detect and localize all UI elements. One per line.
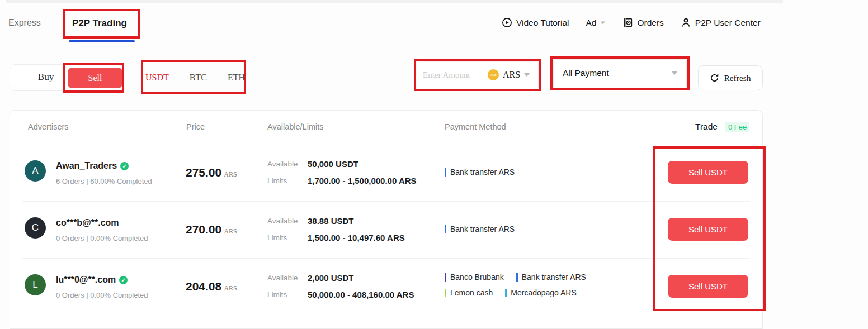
refresh-label: Refresh [724,73,751,83]
asset-tab-btc[interactable]: BTC [190,73,207,83]
available-value: 38.88 USDT [308,216,354,226]
advertiser-avatar: C [25,217,46,239]
limits-label: Limits [267,290,287,299]
refresh-icon [710,73,719,83]
advertiser-name-text: Awan_Traders [56,161,117,171]
payment-filter-label: All Payment [563,68,609,78]
payment-filter-dropdown[interactable]: All Payment [553,59,687,87]
p2p-user-center-link[interactable]: P2P User Center [681,17,761,28]
payment-chip: Bank transfer ARS [445,168,515,177]
active-tab-underline [69,40,135,42]
available-value: 2,000 USDT [308,273,354,283]
amount-filter: ARS ARS [417,61,539,88]
payment-methods: Banco Brubank Bank transfer ARS Lemon ca… [445,273,629,297]
payment-chip: Bank transfer ARS [445,225,515,233]
play-circle-icon [502,17,512,28]
p2p-trading-page: Express P2P Trading Video Tutorial Ad Or… [0,0,868,329]
price-cell: 275.00ARS [186,166,237,179]
row-divider [22,201,750,202]
zero-fee-badge: 0 Fee [725,122,749,132]
sell-tab[interactable]: Sell [68,68,122,88]
limits-value: 1,500.00 - 10,497.60 ARS [308,233,405,242]
advertiser-name-text: co***b@**.com [56,218,119,228]
verified-icon: ✓ [120,162,129,170]
sell-usdt-button[interactable]: Sell USDT [668,161,748,184]
p2p-user-center-label: P2P User Center [695,18,761,28]
available-label: Available [267,274,298,282]
row-divider [22,258,750,259]
advertiser-name[interactable]: co***b@**.com [56,218,119,228]
nav-express[interactable]: Express [8,18,41,28]
chevron-down-icon [524,73,530,77]
advertiser-stats: 6 Orders | 60.00% Completed [56,177,152,185]
top-edge-strip [6,0,783,3]
limits-value: 50,000.00 - 408,160.00 ARS [308,290,414,299]
limits-label: Limits [267,177,287,185]
advertiser-name-text: lu***0@**.com [56,275,116,285]
video-tutorial-link[interactable]: Video Tutorial [502,17,569,28]
advertiser-stats: 0 Orders | 0.00% Completed [56,291,148,299]
col-header-price: Price [186,122,205,131]
payment-chip: Bank transfer ARS [516,273,586,282]
limits-label: Limits [267,233,287,242]
advertiser-name[interactable]: lu***0@**.com ✓ [56,275,128,285]
payment-chip: Banco Brubank [445,273,504,282]
available-label: Available [267,217,298,225]
orders-link[interactable]: Orders [622,17,663,28]
advertiser-avatar: A [25,160,46,182]
price-value: 204.08 [186,280,221,293]
available-label: Available [267,160,298,168]
fiat-label: ARS [503,70,520,80]
col-header-available-limits: Available/Limits [267,122,323,131]
sell-usdt-button[interactable]: Sell USDT [668,218,748,241]
payment-methods: Bank transfer ARS [445,168,629,177]
nav-p2p-trading-tab[interactable]: P2P Trading [72,18,127,29]
advertiser-name[interactable]: Awan_Traders ✓ [56,161,129,171]
refresh-button[interactable]: Refresh [698,65,763,90]
topnav-right: Video Tutorial Ad Orders P2P User Center [502,17,761,28]
payment-chip: Mercadopago ARS [505,289,577,297]
fiat-selector[interactable]: ARS ARS [488,69,530,80]
advertiser-stats: 0 Orders | 0.00% Completed [56,234,148,242]
available-value: 50,000 USDT [308,159,358,169]
amount-input[interactable] [423,70,483,80]
chevron-down-icon [672,71,677,75]
col-header-payment-method: Payment Method [445,122,506,131]
price-value: 270.00 [186,223,221,236]
price-unit: ARS [224,284,237,292]
sell-usdt-button[interactable]: Sell USDT [668,275,748,298]
price-cell: 270.00ARS [186,223,237,236]
price-unit: ARS [224,170,237,178]
video-tutorial-label: Video Tutorial [516,18,569,28]
price-value: 275.00 [186,166,221,179]
user-icon [681,17,691,28]
payment-chip: Lemon cash [445,289,493,297]
asset-tab-usdt[interactable]: USDT [145,73,169,83]
price-unit: ARS [224,227,237,235]
orders-icon [622,17,633,28]
ad-dropdown[interactable]: Ad [586,18,606,28]
verified-icon: ✓ [119,276,128,284]
ad-label: Ad [586,18,597,28]
col-header-advertisers: Advertisers [28,122,69,131]
buy-tab[interactable]: Buy [29,71,63,83]
orders-label: Orders [637,18,663,28]
payment-methods: Bank transfer ARS [445,225,629,233]
row-divider [22,314,750,314]
col-header-trade: Trade [695,122,718,132]
price-cell: 204.08ARS [186,280,237,293]
limits-value: 1,700.00 - 1,500,000.00 ARS [308,176,417,185]
advertiser-avatar: L [25,274,46,295]
asset-tab-eth[interactable]: ETH [228,73,245,83]
asset-tabs: USDT BTC ETH [145,64,245,91]
fiat-coin-icon: ARS [488,69,499,80]
header-divider [32,141,740,141]
chevron-down-icon [601,21,606,24]
